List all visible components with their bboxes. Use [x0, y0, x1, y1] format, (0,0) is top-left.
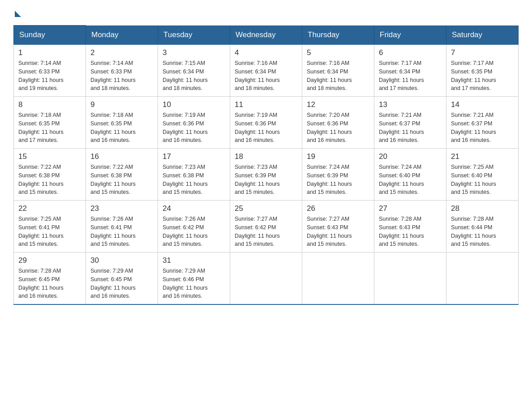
calendar-cell [374, 253, 446, 305]
day-info: Sunrise: 7:17 AM Sunset: 6:34 PM Dayligh… [379, 59, 442, 93]
calendar-cell: 4 Sunrise: 7:16 AM Sunset: 6:34 PM Dayli… [230, 44, 302, 97]
calendar-cell: 23 Sunrise: 7:26 AM Sunset: 6:41 PM Dayl… [86, 201, 158, 253]
day-info: Sunrise: 7:14 AM Sunset: 6:33 PM Dayligh… [18, 59, 81, 93]
day-info: Sunrise: 7:16 AM Sunset: 6:34 PM Dayligh… [307, 59, 369, 93]
calendar-cell: 11 Sunrise: 7:19 AM Sunset: 6:36 PM Dayl… [230, 97, 302, 149]
calendar-cell: 12 Sunrise: 7:20 AM Sunset: 6:36 PM Dayl… [302, 97, 374, 149]
calendar-cell: 31 Sunrise: 7:29 AM Sunset: 6:46 PM Dayl… [158, 253, 230, 305]
calendar-cell: 25 Sunrise: 7:27 AM Sunset: 6:42 PM Dayl… [230, 201, 302, 253]
calendar-cell: 7 Sunrise: 7:17 AM Sunset: 6:35 PM Dayli… [446, 44, 519, 97]
calendar-cell: 29 Sunrise: 7:28 AM Sunset: 6:45 PM Dayl… [14, 253, 86, 305]
day-number: 4 [235, 48, 297, 57]
day-number: 31 [163, 256, 225, 265]
day-number: 1 [18, 48, 81, 57]
day-number: 16 [90, 152, 153, 161]
day-info: Sunrise: 7:20 AM Sunset: 6:36 PM Dayligh… [307, 111, 369, 145]
day-number: 6 [379, 48, 442, 57]
calendar-cell: 24 Sunrise: 7:26 AM Sunset: 6:42 PM Dayl… [158, 201, 230, 253]
calendar-cell: 3 Sunrise: 7:15 AM Sunset: 6:34 PM Dayli… [158, 44, 230, 97]
calendar-week-row: 22 Sunrise: 7:25 AM Sunset: 6:41 PM Dayl… [14, 201, 519, 253]
day-info: Sunrise: 7:29 AM Sunset: 6:46 PM Dayligh… [163, 267, 225, 300]
day-of-week-header: Monday [86, 26, 158, 44]
day-number: 8 [18, 100, 81, 109]
calendar-cell: 10 Sunrise: 7:19 AM Sunset: 6:36 PM Dayl… [158, 97, 230, 149]
day-number: 7 [451, 48, 514, 57]
day-info: Sunrise: 7:24 AM Sunset: 6:39 PM Dayligh… [307, 163, 369, 197]
day-number: 22 [18, 204, 81, 213]
day-info: Sunrise: 7:14 AM Sunset: 6:33 PM Dayligh… [90, 59, 153, 93]
day-info: Sunrise: 7:23 AM Sunset: 6:39 PM Dayligh… [235, 163, 297, 197]
calendar-week-row: 1 Sunrise: 7:14 AM Sunset: 6:33 PM Dayli… [14, 44, 519, 97]
day-number: 13 [379, 100, 442, 109]
day-info: Sunrise: 7:26 AM Sunset: 6:41 PM Dayligh… [90, 215, 153, 248]
day-info: Sunrise: 7:17 AM Sunset: 6:35 PM Dayligh… [451, 59, 514, 93]
calendar-cell [446, 253, 519, 305]
day-info: Sunrise: 7:18 AM Sunset: 6:35 PM Dayligh… [18, 111, 81, 145]
day-number: 17 [163, 152, 225, 161]
day-number: 29 [18, 256, 81, 265]
calendar-cell: 20 Sunrise: 7:24 AM Sunset: 6:40 PM Dayl… [374, 149, 446, 201]
day-info: Sunrise: 7:25 AM Sunset: 6:40 PM Dayligh… [451, 163, 514, 197]
calendar-cell: 13 Sunrise: 7:21 AM Sunset: 6:37 PM Dayl… [374, 97, 446, 149]
day-of-week-header: Thursday [302, 26, 374, 44]
day-of-week-header: Tuesday [158, 26, 230, 44]
day-of-week-header: Saturday [446, 26, 519, 44]
day-number: 9 [90, 100, 153, 109]
day-number: 19 [307, 152, 369, 161]
day-info: Sunrise: 7:28 AM Sunset: 6:45 PM Dayligh… [18, 267, 81, 300]
day-info: Sunrise: 7:28 AM Sunset: 6:43 PM Dayligh… [379, 215, 442, 248]
calendar-cell: 30 Sunrise: 7:29 AM Sunset: 6:45 PM Dayl… [86, 253, 158, 305]
day-info: Sunrise: 7:18 AM Sunset: 6:35 PM Dayligh… [90, 111, 153, 145]
day-number: 5 [307, 48, 369, 57]
day-info: Sunrise: 7:22 AM Sunset: 6:38 PM Dayligh… [18, 163, 81, 197]
day-number: 20 [379, 152, 442, 161]
day-info: Sunrise: 7:25 AM Sunset: 6:41 PM Dayligh… [18, 215, 81, 248]
day-of-week-header: Sunday [14, 26, 86, 44]
day-number: 18 [235, 152, 297, 161]
logo [13, 9, 21, 16]
day-number: 3 [163, 48, 225, 57]
calendar-cell: 14 Sunrise: 7:21 AM Sunset: 6:37 PM Dayl… [446, 97, 519, 149]
day-number: 11 [235, 100, 297, 109]
day-number: 24 [163, 204, 225, 213]
day-number: 28 [451, 204, 514, 213]
calendar-cell: 1 Sunrise: 7:14 AM Sunset: 6:33 PM Dayli… [14, 44, 86, 97]
day-info: Sunrise: 7:27 AM Sunset: 6:42 PM Dayligh… [235, 215, 297, 248]
calendar-header-row: SundayMondayTuesdayWednesdayThursdayFrid… [14, 26, 519, 44]
day-number: 23 [90, 204, 153, 213]
day-number: 26 [307, 204, 369, 213]
calendar-cell: 21 Sunrise: 7:25 AM Sunset: 6:40 PM Dayl… [446, 149, 519, 201]
calendar-cell: 9 Sunrise: 7:18 AM Sunset: 6:35 PM Dayli… [86, 97, 158, 149]
calendar-week-row: 15 Sunrise: 7:22 AM Sunset: 6:38 PM Dayl… [14, 149, 519, 201]
day-info: Sunrise: 7:16 AM Sunset: 6:34 PM Dayligh… [235, 59, 297, 93]
calendar-cell: 5 Sunrise: 7:16 AM Sunset: 6:34 PM Dayli… [302, 44, 374, 97]
calendar-cell: 22 Sunrise: 7:25 AM Sunset: 6:41 PM Dayl… [14, 201, 86, 253]
calendar-cell: 19 Sunrise: 7:24 AM Sunset: 6:39 PM Dayl… [302, 149, 374, 201]
day-number: 10 [163, 100, 225, 109]
day-info: Sunrise: 7:19 AM Sunset: 6:36 PM Dayligh… [163, 111, 225, 145]
day-number: 14 [451, 100, 514, 109]
calendar-cell: 18 Sunrise: 7:23 AM Sunset: 6:39 PM Dayl… [230, 149, 302, 201]
calendar-cell [230, 253, 302, 305]
calendar-cell: 15 Sunrise: 7:22 AM Sunset: 6:38 PM Dayl… [14, 149, 86, 201]
day-number: 27 [379, 204, 442, 213]
calendar-table: SundayMondayTuesdayWednesdayThursdayFrid… [13, 25, 519, 305]
logo-triangle-icon [15, 11, 21, 17]
calendar-week-row: 8 Sunrise: 7:18 AM Sunset: 6:35 PM Dayli… [14, 97, 519, 149]
day-info: Sunrise: 7:23 AM Sunset: 6:38 PM Dayligh… [163, 163, 225, 197]
calendar-cell: 8 Sunrise: 7:18 AM Sunset: 6:35 PM Dayli… [14, 97, 86, 149]
calendar-cell: 2 Sunrise: 7:14 AM Sunset: 6:33 PM Dayli… [86, 44, 158, 97]
calendar-cell [302, 253, 374, 305]
day-of-week-header: Wednesday [230, 26, 302, 44]
day-info: Sunrise: 7:29 AM Sunset: 6:45 PM Dayligh… [90, 267, 153, 300]
day-info: Sunrise: 7:15 AM Sunset: 6:34 PM Dayligh… [163, 59, 225, 93]
day-number: 12 [307, 100, 369, 109]
calendar-cell: 16 Sunrise: 7:22 AM Sunset: 6:38 PM Dayl… [86, 149, 158, 201]
day-of-week-header: Friday [374, 26, 446, 44]
day-number: 21 [451, 152, 514, 161]
calendar-cell: 28 Sunrise: 7:28 AM Sunset: 6:44 PM Dayl… [446, 201, 519, 253]
day-number: 2 [90, 48, 153, 57]
calendar-week-row: 29 Sunrise: 7:28 AM Sunset: 6:45 PM Dayl… [14, 253, 519, 305]
day-info: Sunrise: 7:24 AM Sunset: 6:40 PM Dayligh… [379, 163, 442, 197]
day-info: Sunrise: 7:19 AM Sunset: 6:36 PM Dayligh… [235, 111, 297, 145]
